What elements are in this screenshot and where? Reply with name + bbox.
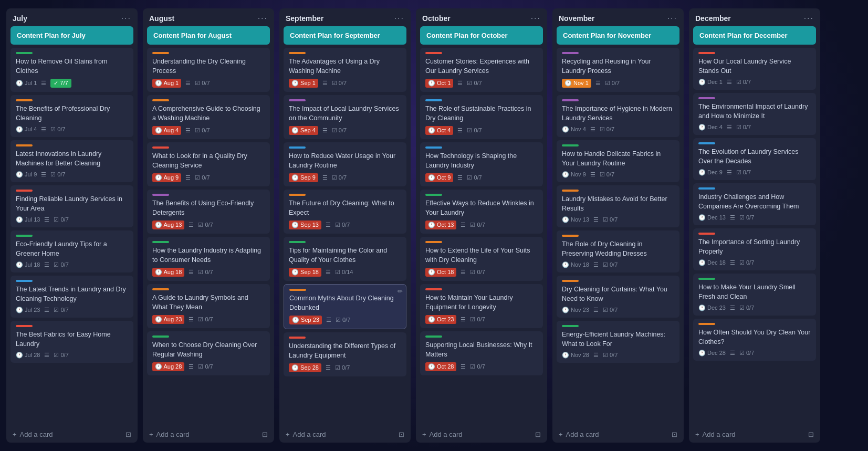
card-lines-icon-o5: ☰ — [461, 269, 466, 276]
card-date-n7: 🕐 Nov 28 — [562, 352, 589, 359]
card-o1[interactable]: Customer Stories: Experiences with Our L… — [420, 48, 543, 92]
card-color-bar-a7 — [152, 335, 169, 338]
card-meta-d2: 🕐 Dec 4☰☑ 0/7 — [698, 124, 811, 131]
add-card-btn-december[interactable]: +Add a card⊡ — [689, 426, 820, 443]
card-date-s7: 🕐 Sep 28 — [289, 363, 321, 372]
column-menu-july[interactable]: ··· — [121, 14, 131, 23]
card-lines-icon-a1: ☰ — [185, 80, 191, 87]
card-d7[interactable]: How Often Should You Dry Clean Your Clot… — [693, 319, 816, 361]
card-n1[interactable]: Recycling and Reusing in Your Laundry Pr… — [557, 48, 679, 92]
card-s4[interactable]: The Future of Dry Cleaning: What to Expe… — [284, 190, 406, 234]
card-n5[interactable]: The Role of Dry Cleaning in Preserving W… — [557, 230, 679, 272]
add-card-btn-september[interactable]: +Add a card⊡ — [279, 426, 411, 443]
card-o6[interactable]: How to Maintain Your Laundry Equipment f… — [420, 284, 543, 328]
card-date-j2: 🕐 Jul 4 — [16, 126, 37, 133]
card-a3[interactable]: What to Look for in a Quality Dry Cleani… — [147, 142, 270, 186]
card-date-n6: 🕐 Nov 23 — [562, 307, 589, 313]
column-menu-october[interactable]: ··· — [531, 14, 541, 23]
card-d5[interactable]: The Importance of Sorting Laundry Proper… — [693, 228, 816, 270]
card-date-n3: 🕐 Nov 9 — [562, 171, 586, 178]
card-title-n1: Recycling and Reusing in Your Laundry Pr… — [562, 57, 674, 76]
card-o5[interactable]: How to Extend the Life of Your Suits wit… — [420, 237, 543, 281]
card-j2[interactable]: The Benefits of Professional Dry Cleanin… — [11, 95, 133, 137]
card-s7[interactable]: Understanding the Different Types of Lau… — [284, 332, 406, 376]
card-d1[interactable]: How Our Local Laundry Service Stands Out… — [693, 48, 816, 90]
column-title-october: October — [422, 14, 451, 23]
add-card-btn-august[interactable]: +Add a card⊡ — [143, 426, 274, 443]
card-lines-icon-a7: ☰ — [189, 363, 194, 370]
card-date-o3: 🕐 Oct 9 — [425, 173, 453, 182]
card-d4[interactable]: Industry Challenges and How Companies Ar… — [693, 183, 816, 225]
card-checklist-d1: ☑ 0/7 — [736, 79, 751, 86]
card-title-a6: A Guide to Laundry Symbols and What They… — [152, 293, 265, 312]
card-checklist-s3: ☑ 0/7 — [332, 174, 347, 181]
card-a2[interactable]: A Comprehensive Guide to Choosing a Wash… — [147, 95, 270, 139]
archive-icon-september[interactable]: ⊡ — [399, 431, 404, 438]
card-n7[interactable]: Energy-Efficient Laundry Machines: What … — [557, 321, 679, 363]
column-menu-november[interactable]: ··· — [667, 14, 677, 23]
card-date-j3: 🕐 Jul 9 — [16, 171, 37, 178]
card-n3[interactable]: How to Handle Delicate Fabrics in Your L… — [557, 140, 679, 182]
card-s5[interactable]: Tips for Maintaining the Color and Quali… — [284, 237, 406, 281]
card-d6[interactable]: How to Make Your Laundry Smell Fresh and… — [693, 274, 816, 316]
column-menu-december[interactable]: ··· — [804, 14, 814, 23]
add-card-btn-july[interactable]: +Add a card⊡ — [6, 426, 138, 443]
card-a5[interactable]: How the Laundry Industry is Adapting to … — [147, 237, 270, 281]
card-j5[interactable]: Eco-Friendly Laundry Tips for a Greener … — [11, 230, 133, 272]
card-n6[interactable]: Dry Cleaning for Curtains: What You Need… — [557, 276, 679, 318]
card-title-n6: Dry Cleaning for Curtains: What You Need… — [562, 285, 674, 303]
card-j1[interactable]: How to Remove Oil Stains from Clothes🕐 J… — [11, 48, 133, 92]
card-meta-s7: 🕐 Sep 28☰☑ 0/7 — [289, 363, 401, 372]
add-card-btn-october[interactable]: +Add a card⊡ — [416, 426, 547, 443]
card-date-j7: 🕐 Jul 28 — [16, 352, 40, 359]
card-lines-icon-s5: ☰ — [326, 269, 331, 276]
column-menu-august[interactable]: ··· — [258, 14, 268, 23]
card-j7[interactable]: The Best Fabrics for Easy Home Laundry🕐 … — [11, 321, 133, 363]
archive-icon-december[interactable]: ⊡ — [808, 431, 814, 438]
card-date-s4: 🕐 Sep 13 — [289, 221, 321, 229]
card-s1[interactable]: The Advantages of Using a Dry Washing Ma… — [284, 48, 406, 92]
card-edit-icon-s6[interactable]: ✏ — [398, 288, 403, 295]
card-s6[interactable]: Common Myths About Dry Cleaning Debunked… — [284, 284, 406, 329]
card-j3[interactable]: Latest Innovations in Laundry Machines f… — [11, 140, 133, 182]
card-o2[interactable]: The Role of Sustainable Practices in Dry… — [420, 95, 543, 139]
card-a4[interactable]: The Benefits of Using Eco-Friendly Deter… — [147, 190, 270, 234]
card-checklist-o5: ☑ 0/7 — [470, 269, 485, 276]
column-cards-september: The Advantages of Using a Dry Washing Ma… — [279, 48, 411, 426]
card-checklist-a5: ☑ 0/7 — [198, 269, 213, 276]
card-o3[interactable]: How Technology is Shaping the Laundry In… — [420, 142, 543, 186]
card-j6[interactable]: The Latest Trends in Laundry and Dry Cle… — [11, 276, 133, 318]
card-title-s7: Understanding the Different Types of Lau… — [289, 342, 401, 360]
card-title-d1: How Our Local Laundry Service Stands Out — [698, 57, 811, 76]
card-n4[interactable]: Laundry Mistakes to Avoid for Better Res… — [557, 185, 679, 227]
card-checklist-d6: ☑ 0/7 — [739, 305, 754, 311]
card-a6[interactable]: A Guide to Laundry Symbols and What They… — [147, 284, 270, 328]
card-a7[interactable]: When to Choose Dry Cleaning Over Regular… — [147, 331, 270, 375]
archive-icon-october[interactable]: ⊡ — [535, 431, 541, 438]
card-s3[interactable]: How to Reduce Water Usage in Your Laundr… — [284, 142, 406, 186]
card-j4[interactable]: Finding Reliable Laundry Services in You… — [11, 185, 133, 227]
card-meta-a5: 🕐 Aug 18☰☑ 0/7 — [152, 268, 265, 277]
card-lines-icon-n2: ☰ — [590, 126, 595, 133]
card-d3[interactable]: The Evolution of Laundry Services Over t… — [693, 138, 816, 180]
card-date-j4: 🕐 Jul 13 — [16, 216, 40, 223]
card-lines-icon-a3: ☰ — [185, 174, 191, 181]
card-meta-j4: 🕐 Jul 13☰☑ 0/7 — [16, 216, 128, 223]
plus-icon-october: + — [422, 431, 426, 438]
card-o4[interactable]: Effective Ways to Reduce Wrinkles in You… — [420, 190, 543, 234]
card-title-s4: The Future of Dry Cleaning: What to Expe… — [289, 199, 401, 217]
column-menu-september[interactable]: ··· — [394, 14, 404, 23]
card-title-j7: The Best Fabrics for Easy Home Laundry — [16, 330, 128, 349]
card-n2[interactable]: The Importance of Hygiene in Modern Laun… — [557, 95, 679, 137]
card-s2[interactable]: The Impact of Local Laundry Services on … — [284, 95, 406, 139]
card-checklist-a1: ☑ 0/7 — [195, 80, 210, 87]
card-o7[interactable]: Supporting Local Businesses: Why It Matt… — [420, 331, 543, 375]
card-d2[interactable]: The Environmental Impact of Laundry and … — [693, 93, 816, 135]
archive-icon-august[interactable]: ⊡ — [262, 431, 268, 438]
card-title-d6: How to Make Your Laundry Smell Fresh and… — [698, 283, 811, 301]
archive-icon-july[interactable]: ⊡ — [126, 431, 131, 438]
archive-icon-november[interactable]: ⊡ — [672, 431, 677, 438]
add-card-btn-november[interactable]: +Add a card⊡ — [552, 426, 684, 443]
card-color-bar-n5 — [562, 235, 579, 237]
card-a1[interactable]: Understanding the Dry Cleaning Process🕐 … — [147, 48, 270, 92]
